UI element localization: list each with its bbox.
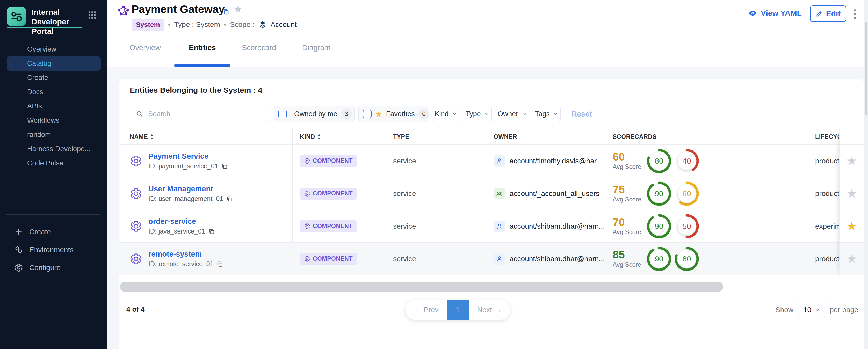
sidebar-item-label: random <box>27 131 51 139</box>
sidebar-item-code-pulse[interactable]: Code Pulse <box>0 156 107 170</box>
dropdown-label: Kind <box>435 110 448 118</box>
owner-cell: account/timothy.davis@har... <box>494 145 602 177</box>
entity-name-link[interactable]: order-service <box>148 217 215 226</box>
avg-score-cell: 85 Avg Score <box>613 243 641 275</box>
kind-dropdown[interactable]: Kind <box>432 106 460 122</box>
view-yaml-button[interactable]: View YAML <box>748 9 802 18</box>
sidebar-item-create[interactable]: Create <box>0 71 107 85</box>
owned-by-me-filter[interactable]: Owned by me 3 <box>274 106 354 122</box>
page-size-control: Show 10 per page <box>775 302 859 318</box>
apps-grid-icon[interactable] <box>88 11 96 19</box>
vertical-scrollbar-track <box>864 0 868 349</box>
column-header-kind[interactable]: KIND <box>300 129 321 145</box>
gear-icon <box>304 256 310 262</box>
favorites-checkbox[interactable] <box>363 109 372 118</box>
entity-name-link[interactable]: User Management <box>148 185 233 193</box>
sidebar-item-harness-developer[interactable]: Harness Develope... <box>0 142 107 156</box>
type-dropdown[interactable]: Type <box>464 106 492 122</box>
favorites-filter[interactable]: ★ Favorites 0 <box>359 106 428 122</box>
sidebar-item-label: Configure <box>29 263 61 272</box>
page-size-select[interactable]: 10 <box>798 302 825 318</box>
column-header-name[interactable]: NAME <box>130 129 154 145</box>
copy-id-icon[interactable] <box>216 261 223 267</box>
favorites-column: ★ ★ ★ ★ <box>839 129 864 275</box>
tab-entities[interactable]: Entities <box>189 43 216 52</box>
sidebar-item-create-entity[interactable]: Create <box>0 223 107 241</box>
row-favorite-star-icon[interactable]: ★ <box>839 155 864 167</box>
edit-label: Edit <box>826 9 841 18</box>
sidebar-section-divider <box>21 41 81 41</box>
entity-meta: System Type : System Scope : Account <box>131 19 297 31</box>
sidebar-item-overview[interactable]: Overview <box>0 42 107 57</box>
account-scope-icon <box>258 21 267 29</box>
table-row[interactable]: remote-system ID: remote_service_01 COMP… <box>119 242 864 275</box>
column-header-lifecycle: LIFECYCLE <box>815 129 839 145</box>
sidebar-item-apis[interactable]: APIs <box>0 99 107 114</box>
table-row[interactable]: order-service ID: java_service_01 COMPON… <box>119 210 864 242</box>
copy-id-icon[interactable] <box>208 228 215 235</box>
system-entity-icon <box>118 5 129 17</box>
component-badge: COMPONENT <box>300 155 357 167</box>
next-page-button[interactable]: Next → <box>469 300 510 320</box>
scope-label: Scope : <box>230 21 254 29</box>
sidebar-item-environments[interactable]: Environments <box>0 241 107 259</box>
lifecycle-cell: production <box>815 177 839 210</box>
arrow-left-icon: ← <box>414 306 421 314</box>
sidebar-item-random[interactable]: random <box>0 128 107 142</box>
sidebar-item-label: Overview <box>27 45 57 53</box>
copy-id-icon[interactable] <box>226 195 233 202</box>
chevron-down-icon <box>484 111 490 117</box>
tab-diagram[interactable]: Diagram <box>302 43 331 52</box>
prev-page-button[interactable]: ← Prev <box>405 300 447 320</box>
table-header-row: NAME KIND TYPE OWNER SCORECARDS LIFECYCL… <box>119 129 864 145</box>
row-favorite-star-icon[interactable]: ★ <box>839 187 864 199</box>
scorecard-ring: 90 <box>646 181 672 207</box>
favorite-entity-star-icon[interactable]: ★ <box>234 4 242 14</box>
main-area: Payment Gateway ★ System Type : System S… <box>107 0 868 349</box>
sort-icon[interactable] <box>150 134 154 139</box>
score-divider <box>645 184 645 203</box>
search-input[interactable] <box>148 106 270 122</box>
row-favorite-star-icon[interactable]: ★ <box>839 253 864 264</box>
owned-by-me-checkbox[interactable] <box>278 109 287 118</box>
avg-score-cell: 70 Avg Score <box>613 210 641 242</box>
vertical-scrollbar-thumb[interactable] <box>865 22 867 115</box>
score-divider <box>645 152 645 170</box>
tab-overview[interactable]: Overview <box>129 43 161 52</box>
sidebar-footer-divider <box>6 214 100 215</box>
horizontal-scrollbar[interactable] <box>120 282 723 292</box>
more-options-kebab-icon[interactable] <box>853 8 857 20</box>
sidebar-item-catalog[interactable]: Catalog <box>7 57 101 71</box>
tab-scorecard[interactable]: Scorecard <box>242 43 276 52</box>
copy-id-icon[interactable] <box>221 163 228 169</box>
sidebar-item-workflows[interactable]: Workflows <box>0 114 107 128</box>
chevron-down-icon <box>553 111 559 117</box>
page-number-button[interactable]: 1 <box>447 300 469 320</box>
name-cell: Payment Service ID: payment_service_01 <box>130 145 228 177</box>
user-icon <box>494 253 505 264</box>
avg-score-cell: 75 Avg Score <box>613 177 641 210</box>
show-label: Show <box>775 306 794 314</box>
table-row[interactable]: User Management ID: user_management_01 C… <box>119 177 864 210</box>
scorecard-ring: 90 <box>646 246 672 272</box>
sidebar-item-configure[interactable]: Configure <box>0 259 107 277</box>
owner-dropdown[interactable]: Owner <box>496 106 529 122</box>
reset-filters-button[interactable]: Reset <box>571 106 592 122</box>
component-badge: COMPONENT <box>300 188 357 200</box>
copy-title-icon[interactable] <box>222 8 229 15</box>
gear-icon <box>304 158 310 164</box>
entities-panel: Entities Belonging to the System : 4 Own… <box>119 79 864 349</box>
row-favorite-star-icon[interactable]: ★ <box>839 220 864 232</box>
sidebar-item-docs[interactable]: Docs <box>0 85 107 99</box>
column-header-type: TYPE <box>393 129 409 145</box>
entity-name-link[interactable]: Payment Service <box>148 152 228 160</box>
entity-name-link[interactable]: remote-system <box>148 250 223 258</box>
table-row[interactable]: Payment Service ID: payment_service_01 C… <box>119 145 864 177</box>
sidebar-accent-divider <box>7 27 82 28</box>
tags-dropdown[interactable]: Tags <box>533 106 561 122</box>
active-tab-indicator <box>174 64 230 67</box>
app-logo-icon[interactable] <box>7 7 26 26</box>
panel-divider <box>119 103 864 103</box>
sort-icon[interactable] <box>317 134 321 139</box>
edit-button[interactable]: Edit <box>810 5 846 22</box>
